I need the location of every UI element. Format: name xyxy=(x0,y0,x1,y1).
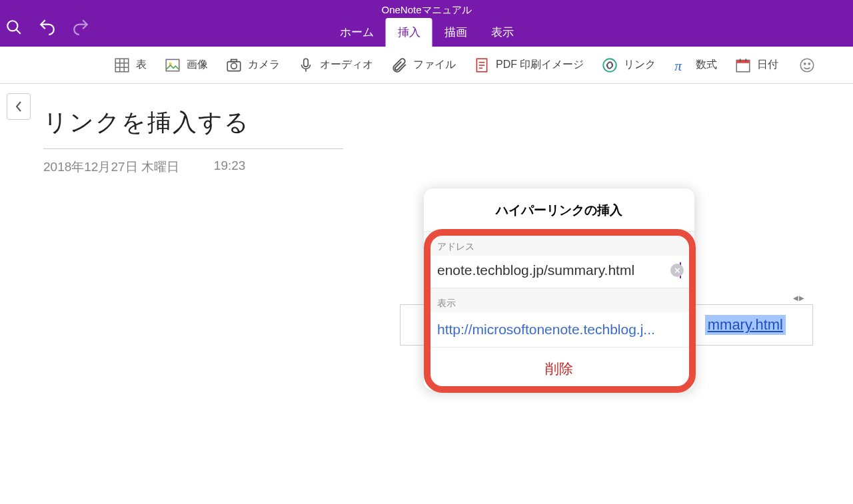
ribbon-pdf-label: PDF 印刷イメージ xyxy=(496,58,584,72)
ribbon-date-label: 日付 xyxy=(757,58,778,72)
ribbon-date[interactable]: 日付 xyxy=(734,57,778,74)
page-title[interactable]: リンクを挿入する xyxy=(43,107,343,149)
svg-point-18 xyxy=(604,59,617,72)
hyperlink-text-selected[interactable]: mmary.html xyxy=(705,315,786,335)
ribbon-tabs: ホーム 挿入 描画 表示 xyxy=(328,20,526,47)
svg-line-1 xyxy=(16,29,21,34)
display-section: 表示 http://microsoftonenote.techblog.j... xyxy=(424,288,694,348)
redo-icon[interactable] xyxy=(72,19,89,39)
ribbon-camera-label: カメラ xyxy=(248,58,280,72)
svg-point-26 xyxy=(809,63,810,64)
svg-rect-11 xyxy=(231,59,237,61)
ribbon-file-label: ファイル xyxy=(413,58,456,72)
svg-text:π: π xyxy=(675,57,683,73)
page-time: 19:23 xyxy=(214,158,246,176)
display-input[interactable]: http://microsoftonenote.techblog.j... xyxy=(424,312,694,347)
title-bar: OneNoteマニュアル ホーム 挿入 描画 表示 xyxy=(0,0,853,47)
back-button[interactable] xyxy=(7,93,31,120)
ribbon-link[interactable]: リンク xyxy=(601,57,656,74)
address-input-row[interactable]: enote.techblog.jp/summary.html ✕ xyxy=(424,256,694,288)
tab-draw[interactable]: 描画 xyxy=(432,18,479,47)
undo-icon[interactable] xyxy=(39,19,56,39)
ribbon-pdf[interactable]: PDF 印刷イメージ xyxy=(473,57,584,74)
scroll-indicator: ◀ ▶ xyxy=(793,294,804,302)
ribbon-insert: 表 画像 カメラ オーディオ ファイル PDF 印刷イメージ リンク π 数式 … xyxy=(0,47,853,84)
svg-point-24 xyxy=(801,59,814,72)
popover-title: ハイパーリンクの挿入 xyxy=(424,188,694,232)
ribbon-audio[interactable]: オーディオ xyxy=(297,57,373,74)
ribbon-camera[interactable]: カメラ xyxy=(225,57,280,74)
svg-point-0 xyxy=(7,21,17,31)
hyperlink-popover: ハイパーリンクの挿入 アドレス enote.techblog.jp/summar… xyxy=(424,188,694,390)
ribbon-file[interactable]: ファイル xyxy=(391,57,456,74)
tab-insert[interactable]: 挿入 xyxy=(386,18,432,47)
svg-rect-12 xyxy=(304,59,309,67)
ribbon-table-label: 表 xyxy=(136,58,147,72)
ribbon-audio-label: オーディオ xyxy=(320,58,373,72)
svg-point-10 xyxy=(231,63,237,69)
topbar-left-controls xyxy=(5,19,89,39)
page-content: リンクを挿入する 2018年12月27日 木曜日 19:23 xyxy=(43,107,343,176)
ribbon-sticker[interactable] xyxy=(798,57,816,74)
address-label: アドレス xyxy=(424,232,694,256)
svg-rect-21 xyxy=(737,60,750,63)
address-input[interactable]: enote.techblog.jp/summary.html xyxy=(437,262,681,278)
delete-button[interactable]: 削除 xyxy=(424,348,694,390)
page-meta: 2018年12月27日 木曜日 19:23 xyxy=(43,158,343,176)
display-label: 表示 xyxy=(424,288,694,312)
notebook-title: OneNoteマニュアル xyxy=(293,4,560,17)
search-icon[interactable] xyxy=(5,19,23,39)
tab-view[interactable]: 表示 xyxy=(479,18,526,47)
ribbon-table[interactable]: 表 xyxy=(113,57,147,74)
svg-rect-7 xyxy=(166,59,179,71)
address-section: アドレス enote.techblog.jp/summary.html ✕ xyxy=(424,232,694,288)
ribbon-equation-label: 数式 xyxy=(696,58,717,72)
ribbon-image-label: 画像 xyxy=(187,58,208,72)
svg-point-25 xyxy=(804,63,806,64)
ribbon-link-label: リンク xyxy=(624,58,656,72)
tab-home[interactable]: ホーム xyxy=(328,18,386,47)
ribbon-image[interactable]: 画像 xyxy=(164,57,208,74)
svg-rect-2 xyxy=(115,59,129,72)
ribbon-equation[interactable]: π 数式 xyxy=(673,57,717,74)
clear-icon[interactable]: ✕ xyxy=(670,264,684,277)
page-date: 2018年12月27日 木曜日 xyxy=(43,158,179,176)
